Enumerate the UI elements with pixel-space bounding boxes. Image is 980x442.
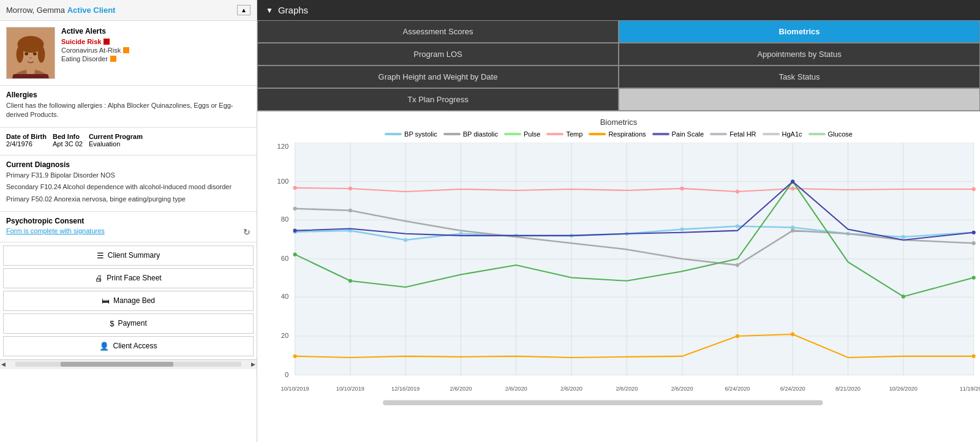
tab-graph-height-weight[interactable]: Graph Height and Weight by Date xyxy=(257,66,619,88)
legend-label-pulse: Pulse xyxy=(524,130,541,138)
legend-line-bp-diastolic xyxy=(443,133,461,135)
legend-label-pain-scale: Pain Scale xyxy=(672,130,704,138)
tab-empty xyxy=(619,88,980,111)
allergies-section: Allergies Client has the following aller… xyxy=(0,86,257,128)
client-photo xyxy=(6,27,55,79)
svg-point-68 xyxy=(349,209,352,212)
legend-label-bp-systolic: BP systolic xyxy=(404,130,437,138)
svg-point-62 xyxy=(736,224,739,228)
chart-container: Biometrics BP systolic BP diastolic Puls… xyxy=(257,111,980,442)
manage-bed-button[interactable]: 🛏 Manage Bed xyxy=(3,291,254,311)
legend-glucose: Glucose xyxy=(809,130,853,138)
client-status-badge: Active Client xyxy=(67,6,116,15)
svg-point-83 xyxy=(293,354,297,358)
svg-point-9 xyxy=(29,57,32,59)
client-name-text: Morrow, Gemma xyxy=(6,6,65,15)
tab-program-los[interactable]: Program LOS xyxy=(257,43,619,66)
biometrics-svg: 0 20 40 60 80 100 120 10/10/2019 10/10/2… xyxy=(257,143,980,413)
svg-rect-53 xyxy=(383,400,823,405)
svg-text:11/19/2020: 11/19/2020 xyxy=(960,386,980,392)
svg-point-82 xyxy=(972,276,976,280)
program-label: Current Program xyxy=(89,133,143,140)
svg-point-5 xyxy=(17,46,24,62)
svg-text:20: 20 xyxy=(281,332,289,339)
info-col-bed: Bed Info Apt 3C 02 xyxy=(53,133,83,148)
chart-title: Biometrics xyxy=(257,118,980,127)
svg-point-70 xyxy=(791,229,794,233)
svg-text:12/16/2019: 12/16/2019 xyxy=(391,386,420,392)
refresh-icon[interactable]: ↻ xyxy=(243,227,251,237)
svg-text:10/26/2020: 10/26/2020 xyxy=(889,386,918,392)
svg-text:40: 40 xyxy=(281,293,289,300)
legend-respirations: Respirations xyxy=(589,130,646,138)
svg-point-86 xyxy=(972,354,976,358)
legend-line-pain-scale xyxy=(652,133,669,135)
svg-rect-10 xyxy=(13,74,49,79)
consent-link[interactable]: Form is complete with signatures xyxy=(6,227,105,234)
tab-tx-plan-progress[interactable]: Tx Plan Progress xyxy=(257,88,619,111)
diagnosis-line-2: Secondary F10.24 Alcohol dependence with… xyxy=(6,182,251,192)
left-panel: Morrow, Gemma Active Client ▲ xyxy=(0,0,257,442)
payment-label: Payment xyxy=(118,319,146,328)
print-face-sheet-label: Print Face Sheet xyxy=(107,274,161,282)
svg-text:8/21/2020: 8/21/2020 xyxy=(835,386,861,392)
svg-text:10/10/2019: 10/10/2019 xyxy=(336,386,364,392)
svg-point-61 xyxy=(680,228,684,231)
bed-value: Apt 3C 02 xyxy=(53,140,83,148)
client-avatar-image xyxy=(7,27,55,79)
tab-assessment-scores-label: Assessment Scores xyxy=(403,27,473,36)
chevron-down-icon: ▼ xyxy=(266,6,273,15)
info-col-dob: Date of Birth 2/4/1976 xyxy=(6,133,47,148)
client-alerts: Active Alerts Suicide Risk Coronavirus A… xyxy=(61,27,251,79)
payment-button[interactable]: $ Payment xyxy=(3,313,254,334)
svg-point-78 xyxy=(293,253,297,257)
client-access-label: Client Access xyxy=(113,342,157,350)
client-summary-button[interactable]: ☰ Client Summary xyxy=(3,245,254,266)
right-panel: ▼ Graphs Assessment Scores Biometrics Pr… xyxy=(257,0,980,442)
alert-suicide-risk: Suicide Risk xyxy=(61,38,251,45)
biometrics-chart: 0 20 40 60 80 100 120 10/10/2019 10/10/2… xyxy=(257,143,980,413)
svg-text:2/6/2020: 2/6/2020 xyxy=(560,386,582,392)
svg-text:2/6/2020: 2/6/2020 xyxy=(616,386,638,392)
alert-coronavirus: Coronavirus At-Risk xyxy=(61,47,251,54)
eating-disorder-dot xyxy=(110,56,116,62)
scroll-left-arrow[interactable]: ◀ xyxy=(1,361,6,367)
tab-biometrics-label: Biometrics xyxy=(778,27,820,36)
client-access-button[interactable]: 👤 Client Access xyxy=(3,336,254,356)
svg-point-77 xyxy=(972,187,976,191)
dollar-icon: $ xyxy=(110,319,114,328)
legend-pain-scale: Pain Scale xyxy=(652,130,704,138)
diagnosis-title: Current Diagnosis xyxy=(6,160,251,169)
svg-point-56 xyxy=(404,238,407,242)
print-face-sheet-button[interactable]: 🖨 Print Face Sheet xyxy=(3,268,254,288)
scroll-up-button[interactable]: ▲ xyxy=(237,5,251,15)
program-value: Evaluation xyxy=(89,140,120,148)
legend-label-fetal-hr: Fetal HR xyxy=(729,130,756,138)
legend-label-temp: Temp xyxy=(566,130,582,138)
bed-label: Bed Info xyxy=(53,133,83,140)
alert-eating-disorder: Eating Disorder xyxy=(61,55,251,62)
tab-grid: Assessment Scores Biometrics Program LOS… xyxy=(257,20,980,111)
consent-section: Psychotropic Consent Form is complete wi… xyxy=(0,212,257,242)
print-icon: 🖨 xyxy=(95,274,103,283)
svg-text:2/6/2020: 2/6/2020 xyxy=(671,386,693,392)
svg-point-8 xyxy=(33,53,37,56)
tab-appointments-by-status-label: Appointments by Status xyxy=(757,50,841,59)
svg-text:6/24/2020: 6/24/2020 xyxy=(725,386,750,392)
legend-line-glucose xyxy=(809,133,826,135)
svg-point-79 xyxy=(349,279,352,283)
scroll-thumb[interactable] xyxy=(61,362,174,367)
manage-bed-label: Manage Bed xyxy=(113,296,155,305)
allergies-title: Allergies xyxy=(6,91,251,99)
scroll-right-arrow[interactable]: ▶ xyxy=(251,361,255,367)
svg-point-7 xyxy=(24,53,28,56)
diagnosis-line-3: Primary F50.02 Anorexia nervosa, binge e… xyxy=(6,195,251,204)
svg-text:0: 0 xyxy=(285,371,288,378)
tab-biometrics[interactable]: Biometrics xyxy=(619,20,980,43)
svg-text:2/6/2020: 2/6/2020 xyxy=(505,386,527,392)
legend-line-bp-systolic xyxy=(385,133,402,135)
chart-legend: BP systolic BP diastolic Pulse Temp Resp… xyxy=(257,130,980,138)
tab-assessment-scores[interactable]: Assessment Scores xyxy=(257,20,619,43)
tab-task-status[interactable]: Task Status xyxy=(619,66,980,88)
tab-appointments-by-status[interactable]: Appointments by Status xyxy=(619,43,980,66)
